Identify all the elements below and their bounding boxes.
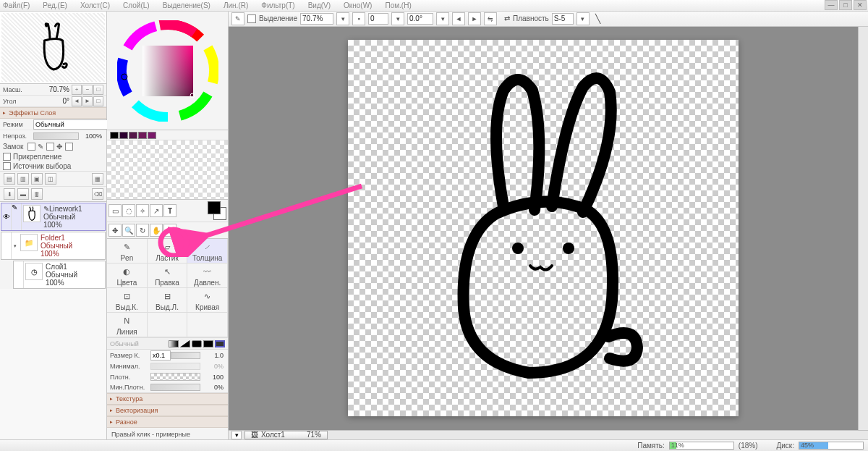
- brush-min-slider[interactable]: [150, 363, 200, 370]
- flatten-button[interactable]: ▬: [17, 188, 29, 200]
- folder-collapse-icon[interactable]: ▾: [12, 232, 19, 259]
- layer-layer1[interactable]: ◷ Слой1 Обычный 100%: [13, 261, 106, 289]
- canvas[interactable]: [348, 40, 739, 416]
- texture-section[interactable]: Текстура: [107, 393, 228, 405]
- mindensity-slider[interactable]: [150, 384, 200, 391]
- canvas-viewport[interactable]: [229, 27, 858, 430]
- text-tool[interactable]: T: [163, 204, 176, 217]
- move-tool[interactable]: ↗: [150, 204, 163, 217]
- layer-visibility-icon[interactable]: [14, 261, 24, 288]
- preset-curve[interactable]: ∿Кривая: [187, 288, 228, 313]
- preset-empty[interactable]: [187, 313, 228, 337]
- preset-select-k[interactable]: ⊡Выд.К.: [107, 288, 148, 313]
- value-a-field[interactable]: [368, 13, 388, 25]
- preset-colors[interactable]: ◐Цвета: [107, 264, 148, 288]
- swatch[interactable]: [119, 132, 128, 139]
- brush-shape[interactable]: [203, 340, 213, 347]
- brush-shape[interactable]: [180, 340, 190, 347]
- selection-checkbox[interactable]: [247, 14, 256, 23]
- new-folder-button[interactable]: ▣: [31, 173, 43, 185]
- value-a-dropdown[interactable]: ▾: [391, 12, 404, 25]
- preset-pen[interactable]: ✎Pen: [107, 239, 148, 264]
- vector-section[interactable]: Векторизация: [107, 405, 228, 416]
- preset-eraser[interactable]: ▱Ластик: [148, 239, 188, 264]
- move-view-tool[interactable]: ✥: [109, 224, 122, 237]
- preset-empty[interactable]: [148, 313, 188, 337]
- scale-plus-button[interactable]: +: [72, 85, 82, 95]
- rect-select-tool[interactable]: ▭: [109, 204, 122, 217]
- navigator-preview[interactable]: [0, 12, 106, 84]
- menu-line[interactable]: Лин.(R): [224, 1, 248, 9]
- brush-size-unit[interactable]: [150, 350, 171, 361]
- horizontal-scrollbar[interactable]: ▾ 🖼 Холст1 71%: [229, 430, 868, 439]
- source-checkbox[interactable]: [3, 162, 11, 170]
- opacity-slider[interactable]: [33, 132, 79, 140]
- menu-window[interactable]: Окно(W): [344, 1, 372, 9]
- swatch[interactable]: [138, 132, 147, 139]
- new-vector-layer-button[interactable]: ▥: [17, 173, 29, 185]
- layer-linework1[interactable]: 👁 ✎ ✎Linework1 Обычный 100%: [1, 203, 106, 231]
- smoothness-dropdown[interactable]: ▾: [576, 12, 590, 25]
- brush-size-slider[interactable]: [171, 352, 200, 359]
- minimize-button[interactable]: —: [825, 0, 838, 10]
- zoom-tool[interactable]: 🔍: [122, 224, 135, 237]
- angle-left-button[interactable]: ◄: [72, 96, 82, 106]
- color-wheel[interactable]: [107, 12, 228, 130]
- menu-layer[interactable]: Слой(L): [123, 1, 150, 9]
- scale-minus-button[interactable]: −: [82, 85, 93, 95]
- brush-shape-selected[interactable]: [215, 340, 225, 347]
- merge-down-button[interactable]: ⬇: [4, 188, 15, 200]
- preset-thickness[interactable]: ⟋Толщина: [187, 239, 228, 264]
- lock-alpha-checkbox[interactable]: [65, 143, 73, 151]
- eyedropper-tool[interactable]: ⟋: [163, 224, 176, 237]
- swatch[interactable]: [148, 132, 156, 139]
- new-layer-button[interactable]: ▤: [4, 173, 15, 185]
- swatch[interactable]: [129, 132, 137, 139]
- menu-view[interactable]: Вид(V): [308, 1, 331, 9]
- canvas-tab[interactable]: 🖼 Холст1 71%: [244, 431, 328, 439]
- swatch[interactable]: [110, 132, 119, 139]
- layer-visibility-icon[interactable]: [1, 232, 12, 259]
- brush-shape[interactable]: [169, 340, 179, 347]
- wand-tool[interactable]: ✧: [136, 204, 149, 217]
- flip-h-button[interactable]: ⇋: [484, 12, 497, 25]
- scratchpad[interactable]: [107, 140, 228, 200]
- menu-filter[interactable]: Фильтр(T): [261, 1, 294, 9]
- menu-help[interactable]: Пом.(H): [385, 1, 411, 9]
- vertical-scrollbar[interactable]: [858, 27, 868, 430]
- preset-select-l[interactable]: ⊟Выд.Л.: [148, 288, 188, 313]
- misc-section[interactable]: Разное: [107, 416, 228, 428]
- zoom-dropdown-button[interactable]: ▾: [336, 12, 349, 25]
- scale-reset-button[interactable]: □: [93, 85, 103, 95]
- layer-visibility-icon[interactable]: 👁: [1, 203, 12, 230]
- lock-move-checkbox[interactable]: [46, 143, 54, 151]
- preset-edit[interactable]: ↖Правка: [148, 264, 188, 288]
- delete-layer-button[interactable]: 🗑: [31, 188, 43, 200]
- angle-right-button[interactable]: ►: [82, 96, 93, 106]
- close-button[interactable]: ✕: [854, 0, 867, 10]
- lasso-tool[interactable]: ◌: [122, 204, 135, 217]
- layer-effects-header[interactable]: Эффекты Слоя: [0, 107, 106, 119]
- menu-edit[interactable]: Ред.(E): [43, 1, 67, 9]
- hand-tool[interactable]: ✋: [150, 224, 163, 237]
- attach-checkbox[interactable]: [3, 153, 11, 161]
- tab-list-button[interactable]: ▾: [231, 431, 242, 439]
- smoothness-field[interactable]: [552, 13, 574, 25]
- menu-selection[interactable]: Выделение(S): [163, 1, 210, 9]
- angle-reset-button[interactable]: □: [93, 96, 103, 106]
- mask-button[interactable]: ◫: [45, 173, 56, 185]
- menu-canvas[interactable]: Холст(C): [80, 1, 110, 9]
- blend-mode-select[interactable]: [33, 119, 119, 130]
- layer-folder1[interactable]: ▾ 📁 Folder1 Обычный 100%: [1, 232, 106, 260]
- preset-pressure[interactable]: 〰Давлен.: [187, 264, 228, 288]
- layer-options-button[interactable]: ▦: [92, 173, 103, 185]
- rot-left-button[interactable]: ◄: [452, 12, 465, 25]
- color-indicator[interactable]: [208, 201, 226, 220]
- zoom-field[interactable]: [300, 13, 333, 25]
- lock-paint-checkbox[interactable]: [27, 143, 35, 151]
- brush-shape[interactable]: [192, 340, 202, 347]
- density-slider[interactable]: [150, 373, 200, 381]
- menu-file[interactable]: Файл(F): [3, 1, 30, 9]
- maximize-button[interactable]: □: [839, 0, 852, 10]
- preset-line[interactable]: NЛиния: [107, 313, 148, 337]
